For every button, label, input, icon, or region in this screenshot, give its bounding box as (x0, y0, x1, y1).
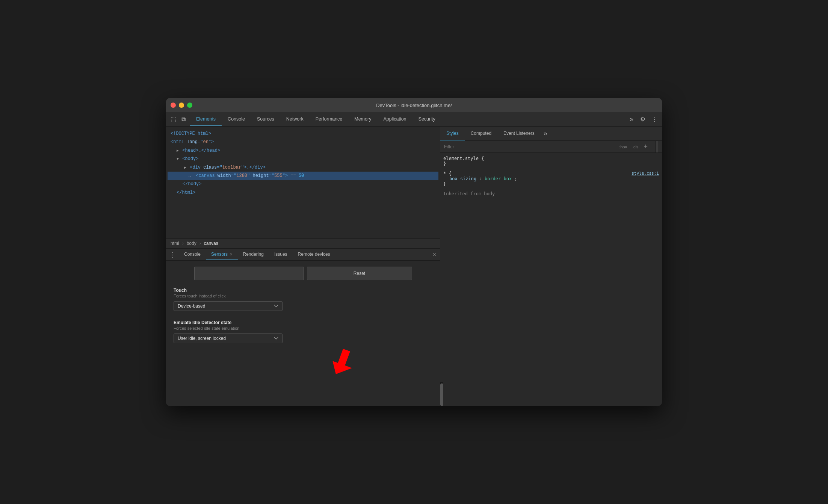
bottom-tabs-bar: ⋮ Console Sensors × Rendering Issues (166, 249, 440, 261)
filter-bar: :hov .cls + (440, 141, 662, 153)
main-tab-list: Elements Console Sources Network Perform… (190, 112, 627, 126)
element-style-rule: element.style { } (443, 156, 659, 166)
dom-line-div[interactable]: ▶ <div class="toolbar">…</div> (168, 163, 438, 172)
sensors-content: Reset Touch Forces touch instead of clic… (166, 261, 440, 406)
style-file-link[interactable]: style.css:1 (632, 171, 659, 176)
close-bottom-panel-button[interactable]: × (429, 249, 440, 260)
red-arrow-icon (328, 344, 358, 374)
dom-line-html[interactable]: <html lang="en"> (168, 138, 438, 146)
styles-panel: Styles Computed Event Listeners » :hov .… (440, 127, 662, 406)
dom-tree[interactable]: <!DOCTYPE html> <html lang="en"> ▶ <head… (166, 127, 440, 238)
breadcrumb-body[interactable]: body (185, 240, 198, 246)
styles-content[interactable]: element.style { } * { style.css:1 box-si… (440, 153, 662, 382)
tab-application[interactable]: Application (377, 112, 412, 126)
styles-tab-computed[interactable]: Computed (465, 127, 497, 140)
tab-elements[interactable]: Elements (190, 112, 222, 126)
dom-line-canvas[interactable]: … <canvas width="1280" height="555"> == … (168, 172, 438, 180)
breadcrumb-html[interactable]: html (169, 240, 181, 246)
reset-input-placeholder (194, 267, 304, 280)
traffic-lights (171, 103, 192, 108)
styles-scrollbar-track[interactable] (440, 382, 443, 406)
styles-tab-event-listeners[interactable]: Event Listeners (497, 127, 541, 140)
dom-line-body-close[interactable]: </body> (168, 180, 438, 188)
devtools-tool-buttons: ⬚ ⧉ (168, 115, 188, 124)
main-area: <!DOCTYPE html> <html lang="en"> ▶ <head… (166, 127, 662, 406)
add-style-rule-button[interactable]: + (642, 143, 649, 151)
idle-detector-section: Emulate Idle Detector state Forces selec… (174, 320, 432, 343)
bottom-panel: ⋮ Console Sensors × Rendering Issues (166, 248, 440, 406)
reset-button[interactable]: Reset (307, 267, 412, 280)
expand-icon: ▶ (184, 166, 186, 170)
window-title: DevTools - idle-detection.glitch.me/ (376, 103, 452, 108)
touch-select[interactable]: Device-based Force enabled Force disable… (174, 301, 283, 311)
dom-line-head[interactable]: ▶ <head>…</head> (168, 146, 438, 155)
close-button[interactable] (171, 103, 176, 108)
tab-console[interactable]: Console (222, 112, 251, 126)
idle-detector-label: Emulate Idle Detector state (174, 320, 432, 325)
styles-tab-styles[interactable]: Styles (440, 127, 465, 140)
filter-actions: :hov .cls + (618, 143, 649, 151)
devtools-window: DevTools - idle-detection.glitch.me/ ⬚ ⧉… (166, 98, 662, 406)
touch-label: Touch (174, 288, 432, 293)
bottom-tab-sensors[interactable]: Sensors × (206, 249, 237, 260)
tab-sources[interactable]: Sources (251, 112, 280, 126)
cls-button[interactable]: .cls (631, 144, 640, 150)
devtools-action-buttons: ⚙ ⋮ (638, 115, 660, 124)
tab-memory[interactable]: Memory (348, 112, 377, 126)
universal-selector-rule: * { style.css:1 box-sizing : border-box … (443, 171, 659, 187)
dom-line-doctype[interactable]: <!DOCTYPE html> (168, 130, 438, 138)
idle-detector-desc: Forces selected idle state emulation (174, 326, 432, 330)
tabs-overflow-button[interactable]: » (627, 115, 636, 123)
touch-desc: Forces touch instead of click (174, 294, 432, 298)
inherited-label: Inherited from body (443, 191, 659, 196)
hov-button[interactable]: :hov (618, 144, 629, 150)
idle-detector-select[interactable]: No override User active, screen unlocked… (174, 333, 283, 343)
breadcrumb-canvas[interactable]: canvas (202, 240, 220, 246)
maximize-button[interactable] (187, 103, 192, 108)
breadcrumb-bar: html › body › canvas (166, 238, 440, 248)
inspect-element-button[interactable]: ⬚ (168, 115, 178, 124)
collapse-icon: ▼ (177, 157, 179, 161)
filter-input[interactable] (444, 144, 615, 149)
styles-scrollbar (655, 141, 658, 152)
titlebar: DevTools - idle-detection.glitch.me/ (166, 98, 662, 112)
bottom-tab-console[interactable]: Console (179, 249, 206, 260)
red-arrow-annotation (328, 344, 358, 376)
tab-performance[interactable]: Performance (310, 112, 349, 126)
tab-security[interactable]: Security (412, 112, 441, 126)
bottom-tab-issues[interactable]: Issues (269, 249, 293, 260)
touch-section: Touch Forces touch instead of click Devi… (174, 288, 432, 311)
dom-line-body-open[interactable]: ▼ <body> (168, 155, 438, 163)
reset-row: Reset (174, 267, 432, 280)
svg-marker-1 (329, 347, 357, 374)
tab-network[interactable]: Network (280, 112, 310, 126)
close-sensors-tab-button[interactable]: × (230, 252, 232, 257)
device-toolbar-button[interactable]: ⧉ (179, 115, 188, 124)
bottom-tab-remote-devices[interactable]: Remote devices (293, 249, 335, 260)
expand-icon: ▶ (177, 149, 179, 153)
minimize-button[interactable] (179, 103, 184, 108)
more-menu-button[interactable]: ⋮ (649, 115, 660, 124)
bottom-tabs-more-button[interactable]: ⋮ (166, 249, 179, 260)
styles-tabs-bar: Styles Computed Event Listeners » (440, 127, 662, 141)
devtools-tabs-bar: ⬚ ⧉ Elements Console Sources Network Per… (166, 112, 662, 127)
dom-line-html-close[interactable]: </html> (168, 189, 438, 197)
settings-button[interactable]: ⚙ (638, 115, 648, 124)
styles-tabs-overflow-button[interactable]: » (541, 127, 550, 140)
bottom-tab-rendering[interactable]: Rendering (238, 249, 269, 260)
styles-scrollbar-thumb[interactable] (440, 383, 443, 406)
elements-panel: <!DOCTYPE html> <html lang="en"> ▶ <head… (166, 127, 440, 406)
